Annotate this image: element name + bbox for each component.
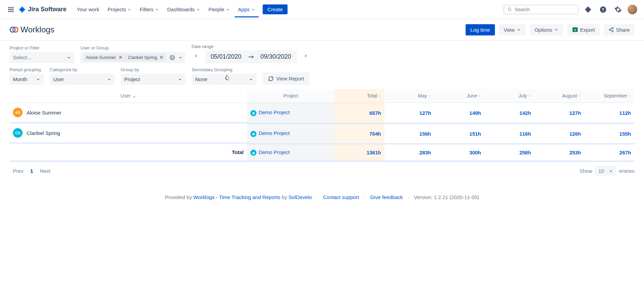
pager-page-1[interactable]: 1 <box>27 167 36 175</box>
nav-your-work[interactable]: Your work <box>73 4 103 14</box>
pager-next[interactable]: Next <box>36 167 54 175</box>
show-label: Show <box>580 168 592 174</box>
svg-rect-8 <box>12 11 14 12</box>
col-user[interactable]: User ▲ <box>10 89 247 103</box>
svg-rect-0 <box>9 7 10 8</box>
svg-point-18 <box>609 29 611 30</box>
export-button[interactable]: X Export <box>567 24 600 35</box>
project-filter-field: Project or Filter Select... <box>10 45 74 63</box>
nav-people[interactable]: People <box>205 4 233 14</box>
hours-cell[interactable]: 149h <box>435 103 485 124</box>
chevron-down-icon <box>609 169 613 173</box>
hours-cell[interactable]: 127h <box>384 103 435 124</box>
search-icon <box>508 7 512 12</box>
hours-cell[interactable]: 112h <box>584 103 634 124</box>
user-avatar[interactable] <box>628 5 637 14</box>
col-month-september[interactable]: September ⠇ <box>584 89 634 103</box>
user-chip: Aloise Summer ✕ <box>83 54 125 61</box>
filters-panel: Project or Filter Select... User or Grou… <box>0 41 644 85</box>
view-button[interactable]: View <box>499 24 526 35</box>
project-link[interactable]: Demo Project <box>259 130 290 136</box>
notifications-icon[interactable] <box>583 4 594 15</box>
project-link[interactable]: Demo Project <box>259 109 290 115</box>
col-total[interactable]: Total ⠇ <box>335 89 385 103</box>
secondary-grouping-select[interactable]: None <box>192 74 257 85</box>
period-grouping-select[interactable]: Month <box>10 74 44 85</box>
nav-apps[interactable]: Apps <box>235 1 259 17</box>
col-month-june[interactable]: June ⠇ <box>435 89 485 103</box>
user-cell[interactable]: CSClaribel Spring <box>10 123 247 144</box>
svg-rect-2 <box>12 7 14 8</box>
pager-prev[interactable]: Prev <box>10 167 27 175</box>
page-title: Worklogs <box>10 25 55 34</box>
chevron-down-icon <box>554 28 558 32</box>
hours-cell[interactable]: 142h <box>484 103 535 124</box>
share-button[interactable]: Share <box>604 24 634 35</box>
footer-app-link[interactable]: Worklogs - Time Tracking and Reports <box>193 194 280 200</box>
nav-projects[interactable]: Projects <box>104 4 135 14</box>
col-month-august[interactable]: August ⠇ <box>535 89 585 103</box>
hours-cell: 267h <box>584 144 634 161</box>
hours-cell[interactable]: 127h <box>535 103 585 124</box>
create-button[interactable]: Create <box>263 4 288 14</box>
view-report-button[interactable]: View Report <box>263 72 309 85</box>
svg-text:?: ? <box>602 7 604 12</box>
col-month-may[interactable]: May ⠇ <box>384 89 435 103</box>
grand-total-cell: 1361h <box>335 144 385 161</box>
categorize-by-select[interactable]: User <box>50 74 115 85</box>
col-month-july[interactable]: July ⠇ <box>484 89 535 103</box>
search-box[interactable] <box>503 5 579 14</box>
hours-cell: 300h <box>435 144 485 161</box>
refresh-icon <box>268 76 274 81</box>
excel-icon: X <box>572 27 578 33</box>
app-switcher-icon[interactable] <box>7 5 15 14</box>
user-group-select[interactable]: Aloise Summer ✕Claribel Spring ✕ ✕ <box>80 52 185 63</box>
options-button[interactable]: Options <box>530 24 563 35</box>
date-prev-button[interactable] <box>191 52 201 62</box>
chevron-down-icon <box>178 77 182 81</box>
svg-rect-5 <box>12 9 14 10</box>
settings-gear-icon[interactable] <box>613 4 624 15</box>
hours-cell: 258h <box>484 144 535 161</box>
hours-cell: 253h <box>535 144 585 161</box>
col-project[interactable]: Project <box>247 89 334 103</box>
jira-logo[interactable]: Jira Software <box>18 6 67 13</box>
date-next-button[interactable] <box>301 52 310 62</box>
chip-remove-icon[interactable]: ✕ <box>119 55 122 60</box>
table-row: ASAloise Summer◉Demo Project657h127h149h… <box>10 103 634 124</box>
clear-users-icon[interactable]: ✕ <box>170 55 175 60</box>
search-input[interactable] <box>515 7 574 12</box>
total-cell: 657h <box>335 103 385 124</box>
arrow-right-icon <box>248 55 254 59</box>
user-cell[interactable]: ASAloise Summer <box>10 103 247 123</box>
log-time-button[interactable]: Log time <box>466 24 495 35</box>
date-range-field: Date range 05/01/2020 09/30/2020 <box>191 44 310 63</box>
hours-cell[interactable]: 151h <box>435 123 485 144</box>
secondary-grouping-field: Secondary Grouping None <box>192 67 257 85</box>
group-by-field: Group by Project <box>121 67 186 85</box>
hours-cell[interactable]: 155h <box>584 123 634 144</box>
svg-text:X: X <box>574 28 576 32</box>
nav-filters[interactable]: Filters <box>136 4 162 14</box>
nav-dashboards[interactable]: Dashboards <box>164 4 204 14</box>
date-range-input[interactable]: 05/01/2020 09/30/2020 <box>205 50 296 63</box>
footer-contact-link[interactable]: Contact support <box>323 194 359 200</box>
period-grouping-field: Period grouping Month <box>10 67 44 85</box>
footer-feedback-link[interactable]: Give feedback <box>370 194 403 200</box>
footer-vendor-link[interactable]: SolDevelo <box>289 194 312 200</box>
hours-cell[interactable]: 116h <box>484 123 535 144</box>
project-cell: ◉Demo Project <box>247 144 334 161</box>
help-icon[interactable]: ? <box>598 4 609 15</box>
svg-point-19 <box>612 31 613 32</box>
user-group-field: User or Group Aloise Summer ✕Claribel Sp… <box>80 45 185 63</box>
chip-remove-icon[interactable]: ✕ <box>160 55 163 60</box>
group-by-select[interactable]: Project <box>121 74 186 85</box>
chevron-down-icon <box>178 56 182 60</box>
hours-cell[interactable]: 126h <box>535 123 585 144</box>
project-filter-select[interactable]: Select... <box>10 52 74 63</box>
project-link[interactable]: Demo Project <box>259 149 290 155</box>
hours-cell[interactable]: 156h <box>384 123 435 144</box>
entries-per-page-select[interactable]: 10 <box>595 166 616 176</box>
hours-cell: 283h <box>384 144 435 161</box>
svg-line-21 <box>611 30 612 31</box>
